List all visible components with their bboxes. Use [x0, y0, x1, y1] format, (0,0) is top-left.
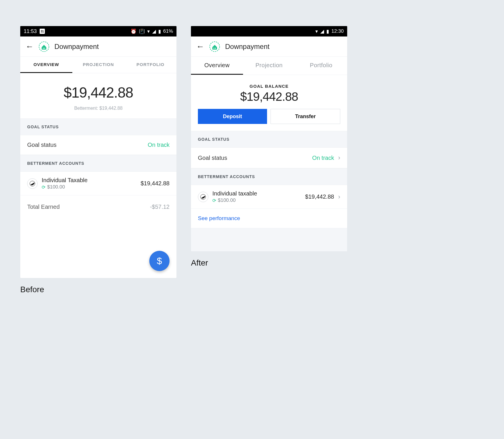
- goal-status-label: Goal status: [27, 142, 148, 148]
- account-row[interactable]: Individual Taxable ⟳ $100.00 $19,442.88: [20, 172, 176, 195]
- goal-status-value: On track: [148, 142, 170, 148]
- dollar-icon: $: [157, 256, 162, 266]
- wifi-icon: ▾: [147, 28, 150, 34]
- transfer-button[interactable]: Transfer: [271, 109, 340, 124]
- account-name: Individual Taxable: [42, 177, 141, 184]
- account-name: Individual taxable: [212, 190, 305, 197]
- balance-amount: $19,442.88: [20, 84, 176, 101]
- caption-before: Before: [20, 285, 176, 294]
- goal-status-heading: GOAL STATUS: [20, 118, 176, 135]
- phone-after: ▾ ◢ ▮ 12:30 ← Downpayment Overview Proje…: [191, 26, 347, 251]
- fab-deposit-button[interactable]: $: [149, 251, 170, 271]
- account-recurring-amount: $100.00: [47, 184, 65, 190]
- accounts-heading: BETTERMENT ACCOUNTS: [20, 155, 176, 172]
- total-earned-label: Total Earned: [27, 204, 60, 210]
- tabs: OVERVIEW PROJECTION PORTFOLIO: [20, 57, 176, 73]
- account-balance: $19,442.88: [141, 180, 170, 187]
- page-title: Downpayment: [225, 43, 269, 51]
- phone-before: 11:53 31 ⏰ 📳 ▾ ◢ ▮ 61% ← Downpayment: [20, 26, 176, 278]
- goal-status-heading: GOAL STATUS: [191, 131, 347, 148]
- chevron-right-icon: ›: [338, 154, 340, 162]
- app-header: ← Downpayment: [191, 36, 347, 57]
- caption-after: After: [191, 258, 347, 268]
- betterment-logo-icon: [27, 178, 38, 189]
- tabs: Overview Projection Portfolio: [191, 57, 347, 75]
- svg-rect-2: [44, 48, 45, 49]
- status-bar: ▾ ◢ ▮ 12:30: [191, 26, 347, 36]
- goal-status-row[interactable]: Goal status On track ›: [191, 148, 347, 168]
- battery-icon: ▮: [158, 28, 161, 34]
- betterment-logo-icon: [198, 192, 208, 202]
- deposit-button[interactable]: Deposit: [198, 109, 267, 124]
- svg-rect-1: [43, 48, 44, 49]
- battery-pct: 61%: [163, 28, 173, 34]
- account-row[interactable]: Individual taxable ⟳ $100.00 $19,442.88 …: [191, 185, 347, 209]
- status-bar: 11:53 31 ⏰ 📳 ▾ ◢ ▮ 61%: [20, 26, 176, 36]
- goal-balance-label: GOAL BALANCE: [191, 84, 347, 89]
- tab-portfolio[interactable]: PORTFOLIO: [124, 57, 176, 73]
- svg-rect-6: [215, 48, 216, 49]
- balance-block: GOAL BALANCE $19,442.88: [191, 75, 347, 109]
- goal-house-icon: [39, 41, 49, 52]
- action-row: Deposit Transfer: [191, 109, 347, 131]
- app-header: ← Downpayment: [20, 36, 176, 57]
- recurring-icon: ⟳: [212, 198, 216, 203]
- svg-rect-5: [214, 48, 214, 49]
- empty-space: [191, 228, 347, 251]
- back-arrow-icon[interactable]: ←: [196, 42, 204, 51]
- total-earned-row: Total Earned -$57.12: [20, 195, 176, 218]
- calendar-icon: 31: [40, 29, 45, 34]
- signal-icon: ◢: [320, 28, 324, 34]
- balance-block: $19,442.88 Betterment: $19,442.88: [20, 73, 176, 118]
- total-earned-value: -$57.12: [150, 204, 170, 210]
- tab-projection[interactable]: Projection: [243, 57, 295, 75]
- goal-status-value: On track: [312, 155, 334, 161]
- goal-status-label: Goal status: [198, 155, 312, 161]
- chevron-right-icon: ›: [338, 193, 340, 201]
- goal-status-row[interactable]: Goal status On track: [20, 135, 176, 155]
- page-title: Downpayment: [54, 43, 99, 51]
- accounts-heading: BETTERMENT ACCOUNTS: [191, 168, 347, 185]
- status-time: 12:30: [331, 28, 344, 34]
- signal-icon: ◢: [152, 28, 156, 34]
- tab-portfolio[interactable]: Portfolio: [295, 57, 347, 75]
- back-arrow-icon[interactable]: ←: [25, 42, 34, 51]
- tab-projection[interactable]: PROJECTION: [72, 57, 124, 73]
- status-time: 11:53: [24, 28, 37, 34]
- account-recurring-amount: $100.00: [218, 197, 236, 203]
- see-performance-link[interactable]: See performance: [191, 209, 347, 228]
- balance-amount: $19,442.88: [191, 90, 347, 104]
- recurring-icon: ⟳: [42, 184, 45, 190]
- tab-overview[interactable]: OVERVIEW: [20, 57, 72, 73]
- wifi-icon: ▾: [315, 28, 318, 34]
- balance-sub: Betterment: $19,442.88: [20, 106, 176, 111]
- tab-overview[interactable]: Overview: [191, 57, 243, 75]
- vibrate-icon: 📳: [139, 28, 145, 34]
- battery-icon: ▮: [326, 28, 329, 34]
- account-balance: $19,442.88: [305, 193, 334, 200]
- goal-house-icon: [209, 41, 220, 52]
- alarm-icon: ⏰: [130, 28, 137, 34]
